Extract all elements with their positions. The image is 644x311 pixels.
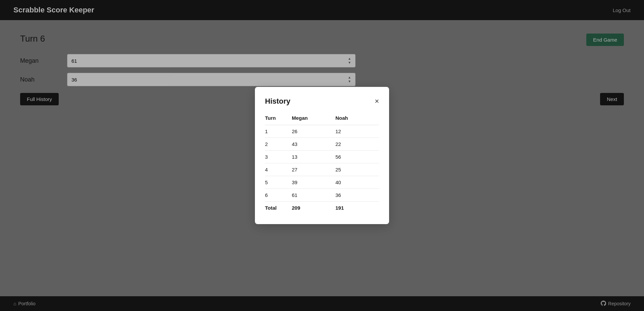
cell-megan: 13 <box>292 151 335 163</box>
cell-total-megan: 209 <box>292 202 335 214</box>
cell-megan: 26 <box>292 125 335 138</box>
col-header-noah: Noah <box>335 112 379 125</box>
col-header-turn: Turn <box>265 112 292 125</box>
modal-header: History × <box>265 97 379 106</box>
table-row: 1 26 12 <box>265 125 379 138</box>
cell-megan: 39 <box>292 176 335 189</box>
cell-megan: 27 <box>292 163 335 176</box>
cell-turn: 6 <box>265 189 292 202</box>
cell-total-noah: 191 <box>335 202 379 214</box>
cell-noah: 12 <box>335 125 379 138</box>
table-header-row: Turn Megan Noah <box>265 112 379 125</box>
table-total-row: Total 209 191 <box>265 202 379 214</box>
cell-noah: 56 <box>335 151 379 163</box>
cell-noah: 25 <box>335 163 379 176</box>
table-row: 6 61 36 <box>265 189 379 202</box>
cell-megan: 43 <box>292 138 335 151</box>
cell-turn: 4 <box>265 163 292 176</box>
modal-close-button[interactable]: × <box>375 98 379 105</box>
cell-total-label: Total <box>265 202 292 214</box>
cell-noah: 22 <box>335 138 379 151</box>
modal-overlay: History × Turn Megan Noah 1 26 12 2 43 2… <box>0 0 644 311</box>
cell-noah: 40 <box>335 176 379 189</box>
table-row: 3 13 56 <box>265 151 379 163</box>
table-row: 5 39 40 <box>265 176 379 189</box>
cell-turn: 1 <box>265 125 292 138</box>
col-header-megan: Megan <box>292 112 335 125</box>
table-row: 4 27 25 <box>265 163 379 176</box>
history-table: Turn Megan Noah 1 26 12 2 43 22 3 13 56 … <box>265 112 379 214</box>
history-modal: History × Turn Megan Noah 1 26 12 2 43 2… <box>255 87 389 224</box>
cell-turn: 2 <box>265 138 292 151</box>
cell-megan: 61 <box>292 189 335 202</box>
cell-turn: 3 <box>265 151 292 163</box>
cell-noah: 36 <box>335 189 379 202</box>
modal-title: History <box>265 97 290 106</box>
table-row: 2 43 22 <box>265 138 379 151</box>
cell-turn: 5 <box>265 176 292 189</box>
